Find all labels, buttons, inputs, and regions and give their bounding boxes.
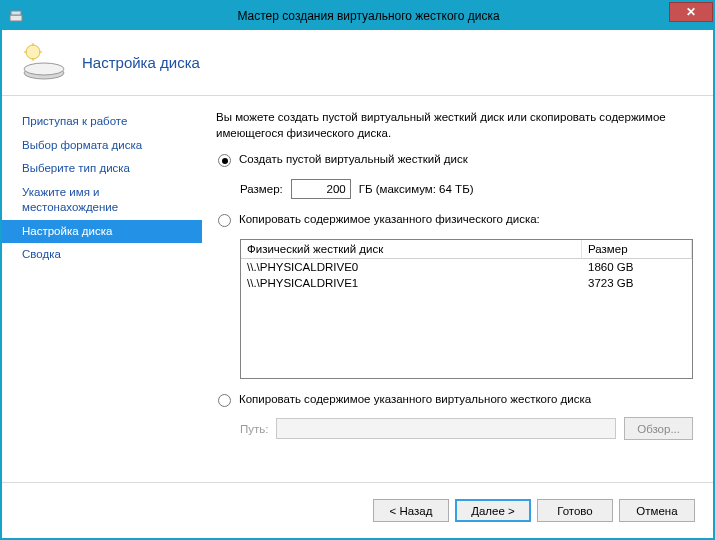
physical-disk-list[interactable]: Физический жесткий диск Размер \\.\PHYSI… xyxy=(240,239,693,379)
sidebar-item-choose-type[interactable]: Выберите тип диска xyxy=(2,157,202,181)
disk-wizard-icon xyxy=(20,43,68,83)
titlebar: Мастер создания виртуального жесткого ди… xyxy=(2,2,713,30)
option-copy-virtual-label: Копировать содержимое указанного виртуал… xyxy=(239,393,591,405)
path-input xyxy=(276,418,616,439)
size-label: Размер: xyxy=(240,183,283,195)
table-row[interactable]: \\.\PHYSICALDRIVE1 3723 GB xyxy=(241,275,692,291)
app-icon xyxy=(8,8,24,24)
size-input[interactable] xyxy=(291,179,351,199)
list-header: Физический жесткий диск Размер xyxy=(241,240,692,259)
wizard-header: Настройка диска xyxy=(2,30,713,96)
cancel-button[interactable]: Отмена xyxy=(619,499,695,522)
size-suffix: ГБ (максимум: 64 ТБ) xyxy=(359,183,474,195)
close-button[interactable]: ✕ xyxy=(669,2,713,22)
option-create-blank[interactable]: Создать пустой виртуальный жесткий диск xyxy=(216,153,693,167)
cell-disk-size: 3723 GB xyxy=(582,275,692,291)
svg-rect-1 xyxy=(11,11,21,15)
sidebar-item-choose-format[interactable]: Выбор формата диска xyxy=(2,134,202,158)
option-copy-physical[interactable]: Копировать содержимое указанного физичес… xyxy=(216,213,693,227)
sidebar: Приступая к работе Выбор формата диска В… xyxy=(2,96,202,482)
option-copy-virtual[interactable]: Копировать содержимое указанного виртуал… xyxy=(216,393,693,407)
sidebar-item-summary[interactable]: Сводка xyxy=(2,243,202,267)
col-header-disk: Физический жесткий диск xyxy=(241,240,582,258)
svg-rect-0 xyxy=(10,15,22,21)
back-button[interactable]: < Назад xyxy=(373,499,449,522)
cell-disk-name: \\.\PHYSICALDRIVE0 xyxy=(241,259,582,275)
radio-copy-virtual[interactable] xyxy=(218,394,231,407)
svg-point-4 xyxy=(26,45,40,59)
finish-button[interactable]: Готово xyxy=(537,499,613,522)
sidebar-item-name-location[interactable]: Укажите имя и местонахождение xyxy=(2,181,202,220)
option-create-blank-label: Создать пустой виртуальный жесткий диск xyxy=(239,153,468,165)
col-header-size: Размер xyxy=(582,240,692,258)
intro-text: Вы можете создать пустой виртуальный жес… xyxy=(216,110,693,141)
next-button[interactable]: Далее > xyxy=(455,499,531,522)
wizard-body: Приступая к работе Выбор формата диска В… xyxy=(2,96,713,482)
svg-point-3 xyxy=(24,63,64,75)
wizard-footer: < Назад Далее > Готово Отмена xyxy=(2,482,713,538)
table-row[interactable]: \\.\PHYSICALDRIVE0 1860 GB xyxy=(241,259,692,275)
browse-button: Обзор... xyxy=(624,417,693,440)
cell-disk-size: 1860 GB xyxy=(582,259,692,275)
window-title: Мастер создания виртуального жесткого ди… xyxy=(24,9,713,23)
radio-copy-physical[interactable] xyxy=(218,214,231,227)
wizard-window: Мастер создания виртуального жесткого ди… xyxy=(0,0,715,540)
option-copy-physical-label: Копировать содержимое указанного физичес… xyxy=(239,213,540,225)
sidebar-item-getting-started[interactable]: Приступая к работе xyxy=(2,110,202,134)
cell-disk-name: \\.\PHYSICALDRIVE1 xyxy=(241,275,582,291)
main-panel: Вы можете создать пустой виртуальный жес… xyxy=(202,96,713,482)
path-label: Путь: xyxy=(240,423,268,435)
sidebar-item-configure-disk[interactable]: Настройка диска xyxy=(2,220,202,244)
size-row: Размер: ГБ (максимум: 64 ТБ) xyxy=(240,179,693,199)
path-row: Путь: Обзор... xyxy=(240,417,693,440)
page-title: Настройка диска xyxy=(82,54,200,71)
radio-create-blank[interactable] xyxy=(218,154,231,167)
close-icon: ✕ xyxy=(686,5,696,19)
